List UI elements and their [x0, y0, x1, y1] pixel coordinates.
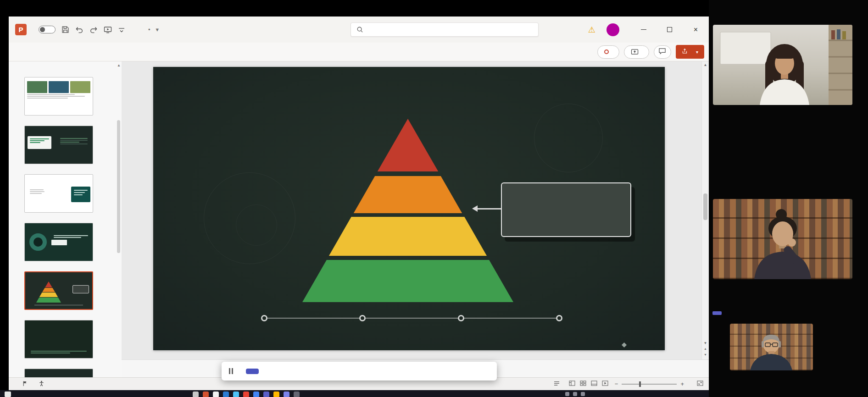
account-avatar[interactable]: [606, 23, 619, 36]
start-button[interactable]: [5, 391, 11, 397]
participant-video-2[interactable]: [713, 199, 852, 279]
present-in-teams-button[interactable]: [624, 45, 649, 59]
pyramid-level-high-risk[interactable]: [302, 176, 513, 213]
title-bar: P • ▾: [9, 17, 709, 43]
scrollbar-up-arrow[interactable]: ▲: [702, 63, 709, 67]
close-icon: ×: [694, 26, 698, 34]
system-tray[interactable]: [565, 392, 585, 396]
share-button[interactable]: ▾: [676, 45, 704, 59]
thumbnail-scrollbar-thumb[interactable]: [117, 120, 120, 253]
record-icon: [604, 50, 609, 54]
search-input[interactable]: [367, 26, 533, 33]
autosave-toggle[interactable]: [39, 26, 56, 33]
ribbon-tab-vista[interactable]: [132, 43, 144, 61]
taskbar-app-icon[interactable]: [294, 391, 300, 397]
ribbon-tab-presentacion[interactable]: [96, 43, 108, 61]
next-slide-button[interactable]: ▾: [702, 352, 709, 358]
participant-2-placeholder: [713, 199, 852, 279]
warning-icon[interactable]: ⚠: [588, 26, 595, 34]
zoom-slider-thumb[interactable]: [639, 381, 641, 387]
zoom-in-button[interactable]: +: [680, 380, 684, 387]
taskbar-app-icons[interactable]: [193, 391, 300, 397]
slideshow-view-button[interactable]: [602, 380, 608, 387]
canvas-scrollbar[interactable]: ▲ ▼ ▴ ▾: [701, 61, 709, 359]
content-placeholder: [58, 137, 90, 145]
workspace: ▲: [9, 61, 709, 377]
undo-icon[interactable]: [75, 26, 83, 33]
taskbar-app-icon[interactable]: [253, 391, 259, 397]
comments-button[interactable]: [654, 45, 671, 59]
ribbon-tab-diseno[interactable]: [61, 43, 72, 61]
scrollbar-down-arrow[interactable]: ▼: [702, 341, 709, 347]
slide-thumbnail-4[interactable]: [24, 77, 93, 116]
normal-view-button[interactable]: [569, 380, 575, 387]
comment-icon: [658, 48, 666, 56]
participant-video-1[interactable]: [713, 25, 852, 105]
powerpoint-app-icon[interactable]: P: [15, 24, 27, 35]
timeline-dot: [458, 315, 464, 321]
penalty-callout-box[interactable]: [501, 182, 631, 237]
ribbon-tab-grabar[interactable]: [108, 43, 120, 61]
save-icon[interactable]: [61, 26, 69, 33]
taskbar-app-icon[interactable]: [213, 391, 219, 397]
slide-thumbnail-6[interactable]: [24, 174, 93, 213]
fit-slide-button[interactable]: [697, 380, 703, 387]
slide-number: [9, 223, 24, 261]
redo-icon[interactable]: [89, 26, 98, 33]
ribbon-tab-insertar[interactable]: [37, 43, 49, 61]
save-status[interactable]: • ▾: [148, 26, 159, 33]
slide-thumbnail-5[interactable]: [24, 126, 93, 164]
close-button[interactable]: ×: [683, 17, 709, 43]
ribbon-tab-dibujar[interactable]: [49, 43, 61, 61]
reading-view-button[interactable]: [591, 380, 597, 387]
slide-thumbnail-7[interactable]: [24, 223, 93, 261]
slide-thumbnail-row-5: [9, 126, 122, 164]
windows-taskbar[interactable]: [0, 390, 709, 397]
ribbon-tab-ayuda[interactable]: [144, 43, 156, 61]
participant-video-3[interactable]: [730, 324, 813, 370]
taskbar-app-icon[interactable]: [203, 391, 209, 397]
zoom-out-button[interactable]: −: [615, 380, 618, 387]
pyramid-level-transparency[interactable]: [302, 217, 513, 256]
ribbon-tab-transiciones[interactable]: [72, 43, 84, 61]
scrollbar-thumb[interactable]: [703, 193, 707, 220]
content-placeholder: [28, 350, 89, 354]
pyramid-level-voluntary[interactable]: [302, 260, 513, 302]
risk-pyramid[interactable]: [302, 119, 513, 302]
scrollbar-up-arrow[interactable]: ▲: [117, 63, 121, 67]
current-slide[interactable]: [153, 67, 665, 350]
pyramid-level-prohibited[interactable]: [302, 119, 513, 171]
slide-thumbnail-row-10: [9, 369, 122, 377]
sharing-pause-icon[interactable]: [229, 368, 233, 374]
zoom-slider[interactable]: [622, 384, 677, 385]
ribbon-tab-archivo[interactable]: [13, 43, 25, 61]
slide-thumbnail-9[interactable]: [24, 320, 93, 358]
ribbon-tab-animaciones[interactable]: [84, 43, 96, 61]
taskbar-app-icon[interactable]: [243, 391, 249, 397]
accessibility-status[interactable]: [39, 380, 47, 388]
record-button[interactable]: [597, 45, 619, 59]
customize-toolbar-icon[interactable]: [118, 27, 125, 33]
maximize-button[interactable]: [657, 17, 683, 43]
ribbon-tab-inicio[interactable]: [25, 43, 37, 61]
zoom-control: − +: [615, 380, 684, 387]
slide-sorter-view-button[interactable]: [580, 380, 586, 387]
slide-thumbnail-10[interactable]: [24, 369, 93, 377]
previous-slide-button[interactable]: ▴: [702, 346, 709, 352]
proofing-status[interactable]: [22, 380, 30, 388]
taskbar-app-icon[interactable]: [284, 391, 289, 397]
taskbar-app-icon[interactable]: [223, 391, 229, 397]
stop-sharing-button[interactable]: [246, 369, 259, 374]
search-box[interactable]: [351, 22, 539, 37]
bullet-separator-icon: •: [148, 26, 150, 33]
notes-toggle[interactable]: [554, 380, 562, 387]
taskbar-app-icon[interactable]: [263, 391, 269, 397]
ribbon-tab-revisar[interactable]: [120, 43, 132, 61]
minimize-button[interactable]: [630, 17, 657, 43]
taskbar-app-icon[interactable]: [193, 391, 199, 397]
slide-number: [9, 174, 24, 213]
start-slideshow-icon[interactable]: [104, 26, 112, 33]
taskbar-app-icon[interactable]: [273, 391, 279, 397]
taskbar-app-icon[interactable]: [233, 391, 239, 397]
slide-thumbnail-8[interactable]: [24, 271, 93, 310]
